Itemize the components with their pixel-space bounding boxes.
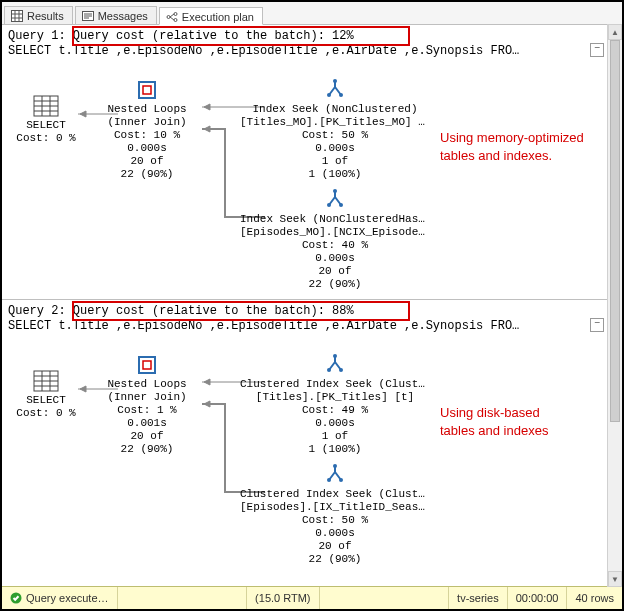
svg-point-9 <box>167 15 170 18</box>
op-index-seek-2[interactable]: Index Seek (NonClusteredHash) [Episodes_… <box>240 189 430 291</box>
query-prefix: Query 2: <box>8 304 66 318</box>
svg-marker-31 <box>204 379 210 385</box>
query-cost-line: Query cost (relative to the batch): 12% <box>73 29 354 43</box>
svg-rect-22 <box>139 82 155 98</box>
svg-rect-0 <box>12 11 23 22</box>
success-icon <box>10 592 22 604</box>
annotation-text: Using memory-optimized tables and indexe… <box>440 129 584 165</box>
op-select[interactable]: SELECT Cost: 0 % <box>10 370 82 420</box>
collapse-button[interactable]: − <box>590 318 604 332</box>
query-block-1: Query 1: Query cost (relative to the bat… <box>2 25 608 299</box>
annotation-text: Using disk-based tables and indexes <box>440 404 548 440</box>
status-db: tv-series <box>449 587 508 609</box>
svg-point-24 <box>327 93 331 97</box>
op-nested-loops[interactable]: Nested Loops (Inner Join) Cost: 10 % 0.0… <box>92 79 202 181</box>
plan-canvas[interactable]: SELECT Cost: 0 % Nested Loops (Inner Joi… <box>10 59 608 299</box>
results-tabbar: Results Messages Execution plan <box>2 2 622 25</box>
svg-point-43 <box>333 464 337 468</box>
svg-point-28 <box>339 203 343 207</box>
query-cost-line: Query cost (relative to the batch): 88% <box>73 304 354 318</box>
plan-canvas[interactable]: SELECT Cost: 0 % Nested Loops (Inner Joi… <box>10 334 608 574</box>
select-icon <box>33 370 59 392</box>
svg-marker-15 <box>204 126 210 132</box>
tab-label: Execution plan <box>182 11 254 23</box>
status-rows: 40 rows <box>567 587 622 609</box>
tab-execution-plan[interactable]: Execution plan <box>159 7 263 25</box>
op-nested-loops[interactable]: Nested Loops (Inner Join) Cost: 1 % 0.00… <box>92 354 202 456</box>
results-grid-icon <box>11 10 23 22</box>
vertical-scrollbar[interactable]: ▲ ▼ <box>607 24 622 587</box>
svg-point-25 <box>339 93 343 97</box>
svg-point-44 <box>327 478 331 482</box>
svg-marker-32 <box>204 401 210 407</box>
svg-point-45 <box>339 478 343 482</box>
query-sql: SELECT t.Title ,e.EpisodeNo ,e.EpisodeTi… <box>8 44 602 59</box>
query-header: Query 2: Query cost (relative to the bat… <box>2 300 608 334</box>
svg-point-42 <box>339 368 343 372</box>
index-seek-icon <box>324 79 346 101</box>
query-prefix: Query 1: <box>8 29 66 43</box>
svg-rect-39 <box>139 357 155 373</box>
nested-loops-icon <box>136 354 158 376</box>
status-bar: Query execute… (15.0 RTM) tv-series 00:0… <box>2 586 622 609</box>
status-spacer <box>320 587 450 609</box>
tab-results[interactable]: Results <box>4 6 73 24</box>
status-spacer <box>118 587 248 609</box>
tab-messages[interactable]: Messages <box>75 6 157 24</box>
op-index-seek-1[interactable]: Index Seek (NonClustered) [Titles_MO].[P… <box>240 79 430 181</box>
scroll-down-button[interactable]: ▼ <box>608 571 622 587</box>
svg-point-23 <box>333 79 337 83</box>
tab-label: Messages <box>98 10 148 22</box>
scroll-thumb[interactable] <box>610 40 620 422</box>
op-index-seek-1[interactable]: Clustered Index Seek (Cluste… [Titles].[… <box>240 354 430 456</box>
svg-point-26 <box>333 189 337 193</box>
status-version: (15.0 RTM) <box>247 587 319 609</box>
svg-marker-14 <box>204 104 210 110</box>
select-icon <box>33 95 59 117</box>
svg-point-11 <box>174 18 177 21</box>
clustered-index-seek-icon <box>324 464 346 486</box>
svg-point-41 <box>327 368 331 372</box>
query-header: Query 1: Query cost (relative to the bat… <box>2 25 608 59</box>
op-index-seek-2[interactable]: Clustered Index Seek (Cluste… [Episodes]… <box>240 464 430 566</box>
nested-loops-icon <box>136 79 158 101</box>
status-state: Query execute… <box>2 587 118 609</box>
execution-plan-icon <box>166 11 178 23</box>
scroll-up-button[interactable]: ▲ <box>608 24 622 40</box>
query-sql: SELECT t.Title ,e.EpisodeNo ,e.EpisodeTi… <box>8 319 602 334</box>
svg-point-27 <box>327 203 331 207</box>
query-block-2: Query 2: Query cost (relative to the bat… <box>2 300 608 574</box>
svg-point-40 <box>333 354 337 358</box>
collapse-button[interactable]: − <box>590 43 604 57</box>
svg-point-10 <box>174 12 177 15</box>
status-elapsed: 00:00:00 <box>508 587 568 609</box>
messages-icon <box>82 10 94 22</box>
index-seek-hash-icon <box>324 189 346 211</box>
clustered-index-seek-icon <box>324 354 346 376</box>
tab-label: Results <box>27 10 64 22</box>
plan-area[interactable]: Query 1: Query cost (relative to the bat… <box>2 25 622 586</box>
op-select[interactable]: SELECT Cost: 0 % <box>10 95 82 145</box>
